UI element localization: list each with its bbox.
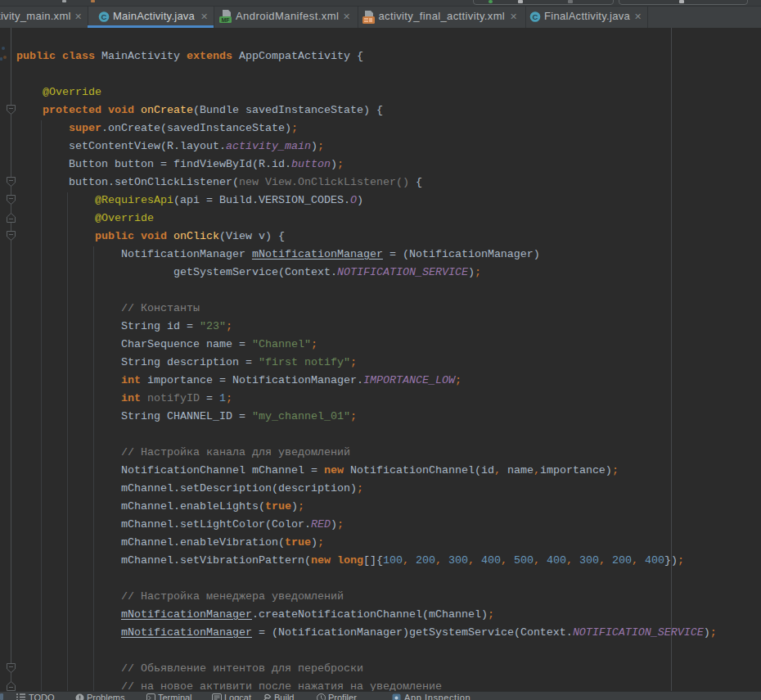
svg-text:C: C xyxy=(533,12,538,21)
svg-text:C: C xyxy=(101,12,107,21)
svg-text:MF: MF xyxy=(221,17,230,23)
